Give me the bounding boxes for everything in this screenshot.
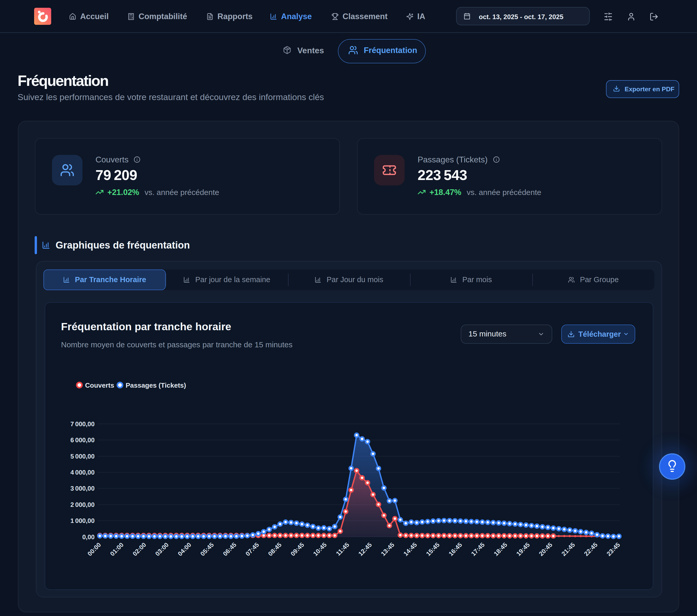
svg-text:19:45: 19:45 bbox=[515, 541, 532, 558]
svg-text:04:00: 04:00 bbox=[176, 541, 193, 558]
svg-text:22:45: 22:45 bbox=[583, 541, 599, 558]
svg-text:0,00: 0,00 bbox=[82, 533, 94, 541]
svg-text:20:45: 20:45 bbox=[537, 541, 554, 558]
svg-text:09:45: 09:45 bbox=[289, 541, 306, 558]
svg-text:1 000,00: 1 000,00 bbox=[70, 517, 94, 525]
svg-text:23:45: 23:45 bbox=[605, 541, 622, 558]
svg-text:07:45: 07:45 bbox=[244, 541, 261, 558]
svg-text:08:45: 08:45 bbox=[267, 541, 283, 558]
svg-text:4 000,00: 4 000,00 bbox=[70, 469, 94, 476]
svg-text:00:00: 00:00 bbox=[86, 541, 103, 558]
svg-text:3 000,00: 3 000,00 bbox=[70, 485, 94, 492]
svg-text:6 000,00: 6 000,00 bbox=[70, 437, 94, 444]
svg-text:17:45: 17:45 bbox=[470, 541, 486, 558]
svg-text:05:45: 05:45 bbox=[199, 541, 216, 558]
svg-text:5 000,00: 5 000,00 bbox=[70, 453, 94, 460]
svg-text:16:45: 16:45 bbox=[447, 541, 464, 558]
svg-text:7 000,00: 7 000,00 bbox=[70, 421, 94, 428]
svg-text:21:45: 21:45 bbox=[560, 541, 577, 558]
svg-text:2 000,00: 2 000,00 bbox=[70, 501, 94, 509]
svg-text:02:00: 02:00 bbox=[131, 541, 148, 558]
svg-text:12:45: 12:45 bbox=[357, 541, 374, 558]
svg-text:06:45: 06:45 bbox=[222, 541, 238, 558]
svg-text:15:45: 15:45 bbox=[425, 541, 441, 558]
svg-text:03:00: 03:00 bbox=[154, 541, 170, 558]
svg-text:10:45: 10:45 bbox=[312, 541, 328, 558]
svg-text:11:45: 11:45 bbox=[335, 541, 351, 557]
svg-text:01:00: 01:00 bbox=[108, 541, 125, 558]
svg-text:18:45: 18:45 bbox=[492, 541, 509, 558]
svg-text:13:45: 13:45 bbox=[380, 541, 396, 558]
svg-text:14:45: 14:45 bbox=[402, 541, 418, 558]
